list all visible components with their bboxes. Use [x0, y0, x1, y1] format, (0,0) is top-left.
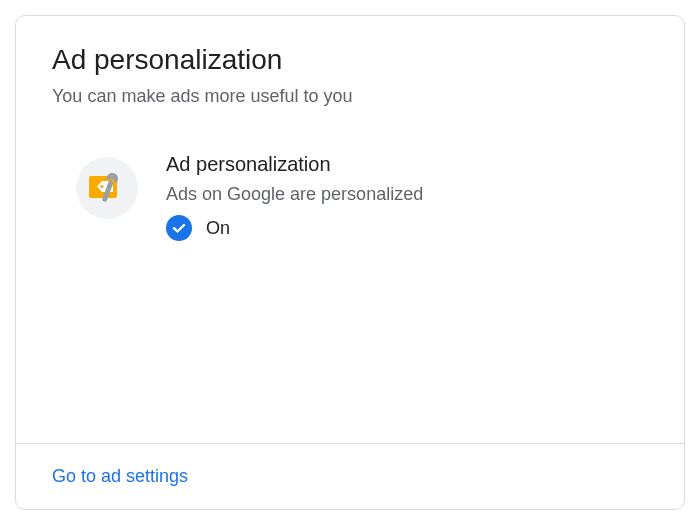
personalization-row[interactable]: Ad personalization Ads on Google are per… [52, 151, 648, 241]
svg-point-2 [100, 185, 103, 188]
go-to-ad-settings-link[interactable]: Go to ad settings [52, 466, 188, 486]
card-subtitle: You can make ads more useful to you [52, 86, 648, 107]
card-content: Ad personalization You can make ads more… [16, 16, 684, 443]
personalization-row-body: Ad personalization Ads on Google are per… [166, 151, 423, 241]
personalization-status: On [166, 215, 423, 241]
status-label: On [206, 218, 230, 239]
card-title: Ad personalization [52, 44, 648, 76]
personalization-description: Ads on Google are personalized [166, 184, 423, 205]
personalization-title: Ad personalization [166, 153, 423, 176]
ad-personalization-card: Ad personalization You can make ads more… [15, 15, 685, 510]
price-tag-wrench-icon [76, 157, 138, 219]
check-icon [166, 215, 192, 241]
card-footer: Go to ad settings [16, 443, 684, 509]
